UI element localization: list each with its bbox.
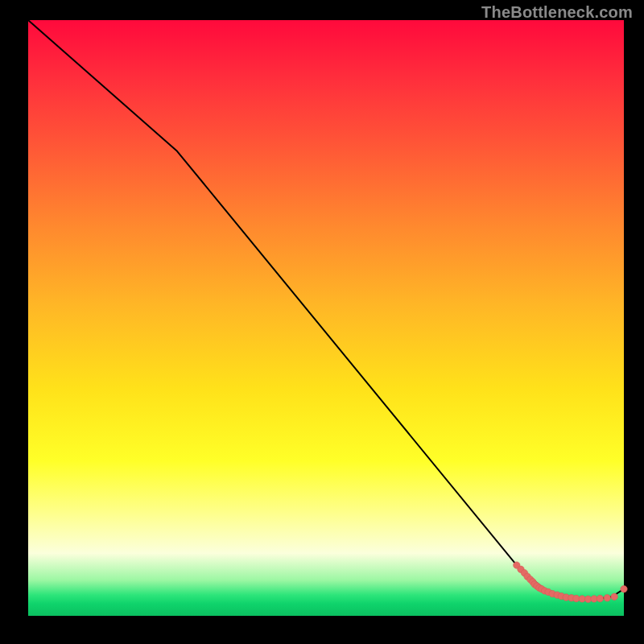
chart-frame: TheBottleneck.com — [0, 0, 644, 644]
watermark-text: TheBottleneck.com — [481, 3, 633, 22]
plot-area — [28, 20, 624, 616]
